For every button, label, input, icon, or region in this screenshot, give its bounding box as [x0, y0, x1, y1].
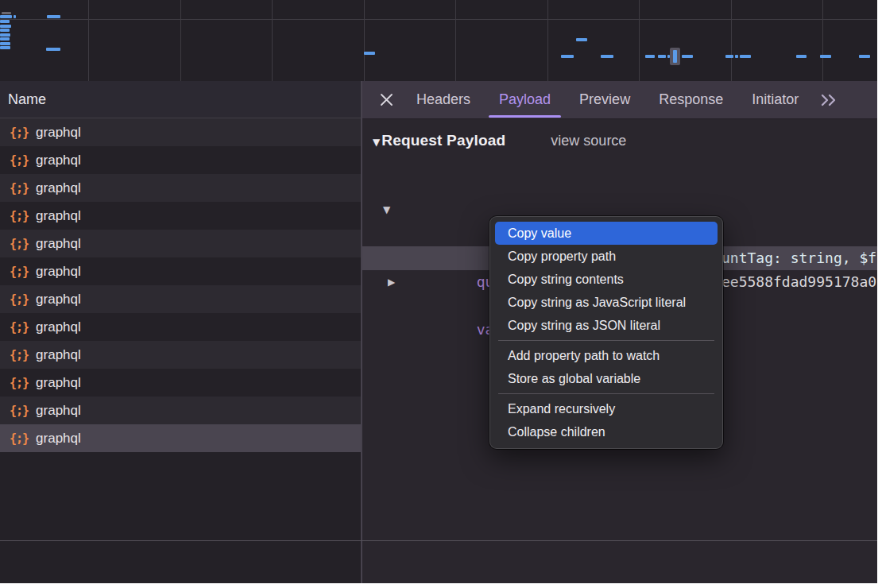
network-overview-bar: [0, 20, 10, 23]
section-collapse-triangle-icon[interactable]: ▼: [373, 137, 380, 148]
json-braces-icon: {;}: [10, 237, 29, 251]
network-overview-bar: [14, 15, 16, 18]
menu-item-copy-value[interactable]: Copy value: [495, 222, 718, 245]
network-overview-bar: [796, 55, 807, 58]
menu-item-copy-string-contents[interactable]: Copy string contents: [495, 268, 718, 291]
network-overview-bar: [859, 55, 870, 58]
request-name: graphql: [36, 125, 81, 141]
tab-label: Payload: [499, 91, 551, 108]
active-tab-underline: [489, 115, 561, 118]
property-value-fragment: ee5588fdad995178a0: [721, 270, 876, 294]
expand-arrow-icon[interactable]: ▶: [388, 270, 395, 294]
tab-preview[interactable]: Preview: [565, 81, 644, 118]
json-braces-icon: {;}: [10, 265, 29, 279]
menu-item-collapse-children[interactable]: Collapse children: [495, 420, 718, 443]
screenshot-edge: [0, 583, 882, 588]
request-row[interactable]: {;}graphql: [0, 174, 362, 202]
menu-item-store-as-global-variable[interactable]: Store as global variable: [495, 367, 718, 390]
name-column-header[interactable]: Name: [0, 81, 362, 118]
request-rows: {;}graphql{;}graphql{;}graphql{;}graphql…: [0, 118, 362, 452]
network-overview-bar: [46, 48, 60, 51]
panel-divider[interactable]: [361, 81, 362, 583]
json-braces-icon: {;}: [10, 348, 29, 362]
network-overview-bar: [725, 55, 733, 58]
tab-label: Headers: [416, 91, 470, 108]
network-overview-bar: [645, 55, 655, 58]
request-row[interactable]: {;}graphql: [0, 202, 362, 230]
network-overview-bar: [601, 55, 613, 58]
request-name: graphql: [36, 236, 81, 252]
tab-label: Response: [659, 91, 723, 108]
menu-item-expand-recursively[interactable]: Expand recursively: [495, 397, 718, 420]
request-name: graphql: [36, 264, 81, 280]
network-overview-bar: [735, 55, 738, 58]
menu-separator: [498, 393, 714, 394]
network-overview-bar: [658, 55, 666, 58]
request-row[interactable]: {;}graphql: [0, 230, 362, 257]
detail-tabs: HeadersPayloadPreviewResponseInitiator: [402, 81, 813, 118]
request-name: graphql: [36, 208, 81, 224]
tab-response[interactable]: Response: [644, 81, 737, 118]
overview-gridline: [180, 0, 181, 81]
json-braces-icon: {;}: [10, 292, 29, 307]
request-name: graphql: [36, 375, 81, 391]
menu-item-copy-property-path[interactable]: Copy property path: [495, 245, 718, 268]
json-braces-icon: {;}: [10, 153, 29, 168]
view-source-link[interactable]: view source: [551, 133, 626, 149]
request-row[interactable]: {;}graphql: [0, 257, 362, 285]
overview-gridline: [364, 0, 365, 81]
network-overview-bar: [561, 55, 574, 58]
request-row[interactable]: {;}graphql: [0, 424, 362, 452]
menu-item-copy-string-as-json-literal[interactable]: Copy string as JSON literal: [495, 314, 718, 337]
network-overview-bar: [820, 55, 831, 58]
detail-tab-bar: HeadersPayloadPreviewResponseInitiator: [362, 81, 877, 119]
request-name: graphql: [36, 180, 81, 196]
close-icon[interactable]: [375, 93, 397, 106]
chevron-double-right-icon[interactable]: [819, 94, 838, 106]
network-overview-bar: [0, 33, 10, 37]
menu-item-copy-string-as-javascript-literal[interactable]: Copy string as JavaScript literal: [495, 291, 718, 314]
json-braces-icon: {;}: [10, 320, 29, 335]
overview-gridline: [822, 0, 823, 81]
network-overview-bar: [0, 29, 10, 32]
request-name: graphql: [36, 431, 81, 447]
property-value-fragment: untTag: string, $f: [721, 246, 876, 270]
overview-selection-marker-bar: [673, 50, 677, 63]
request-row[interactable]: {;}graphql: [0, 146, 362, 174]
request-name: graphql: [36, 403, 81, 419]
request-row[interactable]: {;}graphql: [0, 285, 362, 313]
overview-gridline: [455, 0, 456, 81]
section-title: Request Payload: [381, 132, 505, 149]
json-braces-icon: {;}: [10, 209, 29, 223]
network-request-list: Name {;}graphql{;}graphql{;}graphql{;}gr…: [0, 81, 362, 583]
tab-label: Initiator: [752, 91, 799, 108]
expand-arrow-icon[interactable]: ▼: [383, 198, 390, 222]
json-braces-icon: {;}: [10, 431, 29, 446]
menu-item-add-property-path-to-watch[interactable]: Add property path to watch: [495, 344, 718, 367]
screenshot-edge: [877, 0, 882, 588]
network-overview-bar: [682, 55, 693, 58]
request-row[interactable]: {;}graphql: [0, 369, 362, 397]
request-row[interactable]: {;}graphql: [0, 118, 362, 146]
request-row[interactable]: {;}graphql: [0, 397, 362, 424]
request-row[interactable]: {;}graphql: [0, 313, 362, 341]
network-overview-bar: [47, 15, 60, 18]
network-overview-timeline[interactable]: [0, 0, 877, 82]
network-overview-bar: [0, 25, 11, 28]
overview-gridline: [731, 0, 732, 81]
context-menu: Copy valueCopy property pathCopy string …: [489, 216, 723, 449]
json-braces-icon: {;}: [10, 404, 29, 418]
network-overview-bar: [576, 38, 587, 41]
name-column-label: Name: [8, 91, 46, 108]
devtools-window: Name {;}graphql{;}graphql{;}graphql{;}gr…: [0, 0, 882, 588]
request-row[interactable]: {;}graphql: [0, 341, 362, 369]
network-overview-bar: [0, 42, 10, 45]
tab-headers[interactable]: Headers: [402, 81, 485, 118]
network-overview-bar: [0, 37, 10, 41]
json-braces-icon: {;}: [10, 126, 29, 140]
tab-payload[interactable]: Payload: [485, 81, 565, 118]
menu-separator: [498, 340, 714, 341]
tab-initiator[interactable]: Initiator: [737, 81, 813, 118]
request-name: graphql: [36, 153, 81, 168]
network-overview-bar: [2, 12, 11, 14]
